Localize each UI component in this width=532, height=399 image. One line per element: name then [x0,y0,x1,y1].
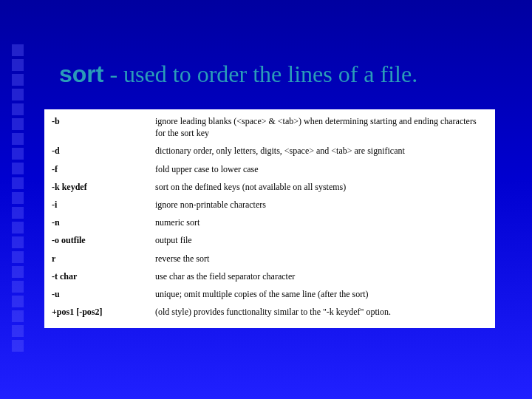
slide: sort - used to order the lines of a file… [0,0,532,399]
option-desc: dictionary order, only letters, digits, … [155,145,488,157]
bullet-square-icon [12,222,24,233]
table-row: -o outfile output file [52,234,488,246]
option-flag: -o outfile [52,234,155,246]
bullet-square-icon [12,148,24,160]
bullet-square-icon [12,177,24,189]
bullet-square-icon [12,118,24,130]
table-row: -f fold upper case to lower case [52,163,488,175]
table-row: -u unique; omit multiple copies of the s… [52,288,488,300]
slide-title: sort - used to order the lines of a file… [59,61,510,88]
option-desc: fold upper case to lower case [155,163,488,175]
bullet-square-icon [12,163,24,174]
option-flag: -u [52,288,155,300]
bullet-square-icon [12,133,24,145]
bullet-square-icon [12,340,24,352]
bullet-square-icon [12,89,24,100]
option-desc: (old style) provides functionality simil… [155,306,488,318]
option-flag: -b [52,115,155,139]
bullet-square-icon [12,251,24,263]
option-flag: +pos1 [-pos2] [52,306,155,318]
option-desc: ignore leading blanks (<space> & <tab>) … [155,115,488,139]
bullet-square-icon [12,325,24,337]
option-desc: reverse the sort [155,253,488,265]
option-flag: -i [52,199,155,211]
bullet-square-icon [12,192,24,204]
option-flag: -n [52,216,155,228]
option-flag: -k keydef [52,181,155,193]
option-desc: output file [155,234,488,246]
option-desc: use char as the field separator characte… [155,270,488,282]
bullet-square-icon [12,44,24,56]
option-desc: sort on the defined keys (not available … [155,181,488,193]
bullet-square-icon [12,207,24,219]
bullet-square-icon [12,236,24,248]
title-command: sort [59,61,103,87]
table-row: +pos1 [-pos2] (old style) provides funct… [52,306,488,318]
title-rest: - used to order the lines of a file. [103,61,417,87]
bullet-square-icon [12,281,24,293]
option-flag: -f [52,163,155,175]
bullet-square-icon [12,310,24,322]
option-flag: r [52,253,155,265]
table-row: -k keydef sort on the defined keys (not … [52,181,488,193]
decorative-bullet-strip [12,44,25,362]
bullet-square-icon [12,59,24,71]
table-row: -d dictionary order, only letters, digit… [52,145,488,157]
option-desc: ignore non-printable characters [155,199,488,211]
option-desc: unique; omit multiple copies of the same… [155,288,488,300]
bullet-square-icon [12,74,24,86]
option-desc: numeric sort [155,216,488,228]
bullet-square-icon [12,103,24,115]
bullet-square-icon [12,296,24,307]
table-row: -i ignore non-printable characters [52,199,488,211]
table-row: r reverse the sort [52,253,488,265]
table-row: -n numeric sort [52,216,488,228]
option-flag: -d [52,145,155,157]
option-flag: -t char [52,270,155,282]
table-row: -t char use char as the field separator … [52,270,488,282]
table-row: -b ignore leading blanks (<space> & <tab… [52,115,488,139]
bullet-square-icon [12,266,24,278]
options-table: -b ignore leading blanks (<space> & <tab… [44,109,495,328]
